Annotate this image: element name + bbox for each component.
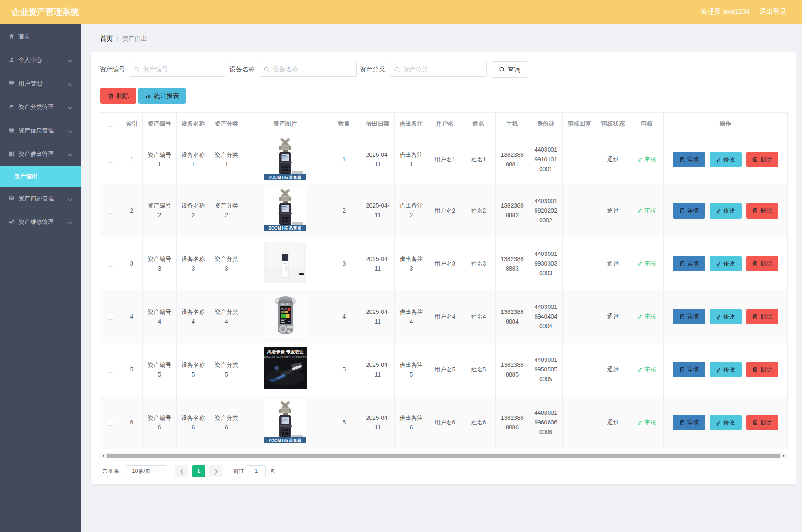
svg-text:PHILIPS: PHILIPS [280, 303, 290, 306]
svg-text:ZOOM H5 录音器: ZOOM H5 录音器 [269, 438, 301, 442]
svg-text:高清录像 专业取证: 高清录像 专业取证 [267, 349, 303, 354]
svg-text:1080x720p HD高清摄像头 不止是取证专家: 1080x720p HD高清摄像头 不止是取证专家 [264, 356, 307, 358]
svg-text:ZOOM H5 录音器: ZOOM H5 录音器 [269, 226, 301, 231]
svg-text:ZOOM H5 录音器: ZOOM H5 录音器 [269, 175, 301, 179]
